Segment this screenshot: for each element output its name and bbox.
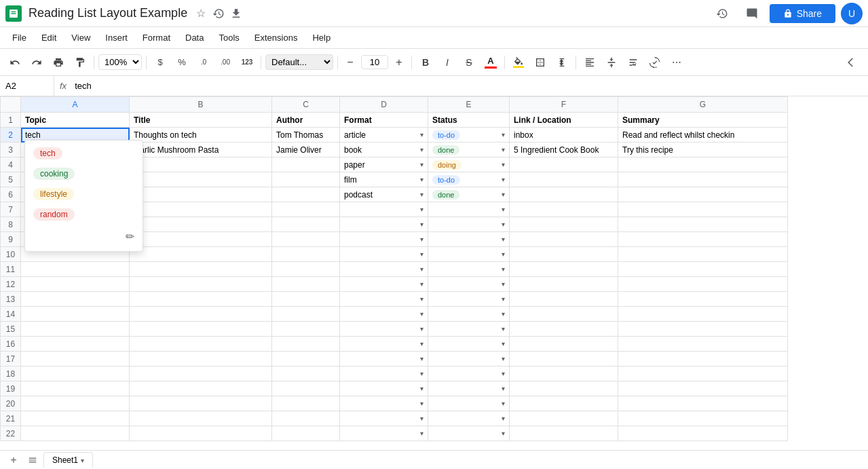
- autocomplete-item-lifestyle[interactable]: lifestyle: [25, 184, 143, 204]
- menu-insert[interactable]: Insert: [98, 30, 134, 45]
- comments-icon-button[interactable]: [740, 1, 764, 26]
- col-header-g[interactable]: G: [618, 97, 788, 113]
- text-color-button[interactable]: A: [481, 53, 500, 72]
- cell-d5[interactable]: film ▾: [340, 172, 428, 187]
- table-row: 13▾▾: [1, 292, 788, 307]
- cell-e1[interactable]: Status: [428, 113, 510, 128]
- share-button[interactable]: Share: [770, 4, 835, 23]
- print-button[interactable]: [49, 53, 68, 72]
- redo-button[interactable]: [27, 53, 46, 72]
- decrease-decimal-button[interactable]: .0: [194, 53, 213, 72]
- undo-button[interactable]: [5, 53, 24, 72]
- cell-b1[interactable]: Title: [130, 113, 272, 128]
- col-header-a[interactable]: A: [21, 97, 130, 113]
- autocomplete-item-random[interactable]: random: [25, 204, 143, 225]
- strikethrough-button[interactable]: S: [459, 53, 478, 72]
- menu-data[interactable]: Data: [178, 30, 210, 45]
- percent-button[interactable]: %: [172, 53, 191, 72]
- cell-c5[interactable]: [272, 172, 340, 187]
- font-size-input[interactable]: [361, 55, 388, 69]
- col-header-f[interactable]: F: [510, 97, 618, 113]
- menu-tools[interactable]: Tools: [212, 30, 246, 45]
- paint-format-button[interactable]: [71, 53, 90, 72]
- cell-b5[interactable]: [130, 172, 272, 187]
- toolbar-sep-4: [337, 56, 338, 69]
- fill-color-button[interactable]: [509, 53, 528, 72]
- cell-g4[interactable]: [618, 157, 788, 172]
- cell-c4[interactable]: [272, 157, 340, 172]
- cell-d1[interactable]: Format: [340, 113, 428, 128]
- col-header-c[interactable]: C: [272, 97, 340, 113]
- align-horizontal-button[interactable]: [580, 53, 599, 72]
- borders-button[interactable]: [531, 53, 550, 72]
- cell-b6[interactable]: [130, 187, 272, 202]
- autocomplete-item-tech[interactable]: tech: [25, 143, 143, 164]
- menu-file[interactable]: File: [5, 30, 33, 45]
- cell-c3[interactable]: Jamie Oliver: [272, 143, 340, 157]
- autocomplete-item-cooking[interactable]: cooking: [25, 164, 143, 184]
- cell-f6[interactable]: [510, 187, 618, 202]
- add-sheet-button[interactable]: +: [5, 452, 22, 468]
- cell-d2[interactable]: article ▾: [340, 128, 428, 143]
- recent-icon-button[interactable]: [710, 1, 734, 26]
- cell-g2[interactable]: Read and reflect whilst checkin: [618, 128, 788, 143]
- cell-e3[interactable]: done ▾: [428, 143, 510, 157]
- font-size-decrease-button[interactable]: −: [342, 54, 358, 71]
- cell-f4[interactable]: [510, 157, 618, 172]
- cell-b2[interactable]: Thoughts on tech: [130, 128, 272, 143]
- cell-g1[interactable]: Summary: [618, 113, 788, 128]
- sheet-list-button[interactable]: [24, 452, 41, 468]
- text-wrap-button[interactable]: [624, 53, 643, 72]
- formula-input[interactable]: [72, 81, 868, 91]
- italic-button[interactable]: I: [438, 53, 457, 72]
- grid-wrapper[interactable]: A B C D E F G 1 Topic Title Author Forma…: [0, 96, 868, 450]
- more-formats-button[interactable]: 123: [238, 53, 257, 72]
- col-header-e[interactable]: E: [428, 97, 510, 113]
- cell-reference[interactable]: A2: [0, 76, 54, 96]
- edit-icon[interactable]: ✏: [126, 230, 134, 243]
- cell-f1[interactable]: Link / Location: [510, 113, 618, 128]
- col-header-d[interactable]: D: [340, 97, 428, 113]
- cell-e4[interactable]: doing ▾: [428, 157, 510, 172]
- cell-a1[interactable]: Topic: [21, 113, 130, 128]
- cell-d6[interactable]: podcast ▾: [340, 187, 428, 202]
- cell-d4[interactable]: paper ▾: [340, 157, 428, 172]
- cell-c2[interactable]: Tom Thomas: [272, 128, 340, 143]
- menu-help[interactable]: Help: [305, 30, 337, 45]
- menu-view[interactable]: View: [64, 30, 97, 45]
- align-vertical-button[interactable]: [602, 53, 621, 72]
- cell-e6[interactable]: done ▾: [428, 187, 510, 202]
- cell-c6[interactable]: [272, 187, 340, 202]
- increase-decimal-button[interactable]: .00: [216, 53, 235, 72]
- cell-g6[interactable]: [618, 187, 788, 202]
- cell-d3[interactable]: book ▾: [340, 143, 428, 157]
- cell-f5[interactable]: [510, 172, 618, 187]
- cell-g5[interactable]: [618, 172, 788, 187]
- cell-f3[interactable]: 5 Ingredient Cook Book: [510, 143, 618, 157]
- font-name-select[interactable]: Default...: [265, 54, 333, 70]
- cell-f2[interactable]: inbox: [510, 128, 618, 143]
- more-options-button[interactable]: ⋯: [667, 53, 686, 72]
- menu-extensions[interactable]: Extensions: [248, 30, 305, 45]
- bold-button[interactable]: B: [416, 53, 435, 72]
- merge-button[interactable]: [552, 53, 571, 72]
- cell-e2[interactable]: to-do ▾: [428, 128, 510, 143]
- cell-c1[interactable]: Author: [272, 113, 340, 128]
- drive-icon[interactable]: [228, 5, 244, 22]
- cell-e5[interactable]: to-do ▾: [428, 172, 510, 187]
- col-header-b[interactable]: B: [130, 97, 272, 113]
- zoom-select[interactable]: 100%: [98, 54, 142, 70]
- table-row: 20▾▾: [1, 396, 788, 411]
- hide-ui-button[interactable]: [844, 53, 863, 72]
- cell-b4[interactable]: [130, 157, 272, 172]
- font-size-increase-button[interactable]: +: [391, 54, 407, 71]
- text-rotate-button[interactable]: [645, 53, 664, 72]
- sheet-tab-sheet1[interactable]: Sheet1 ▾: [43, 452, 93, 468]
- history-icon[interactable]: [210, 5, 227, 22]
- cell-b3[interactable]: Garlic Mushroom Pasta: [130, 143, 272, 157]
- currency-button[interactable]: $: [151, 53, 170, 72]
- menu-edit[interactable]: Edit: [35, 30, 63, 45]
- star-icon[interactable]: ☆: [193, 5, 209, 22]
- cell-g3[interactable]: Try this recipe: [618, 143, 788, 157]
- menu-format[interactable]: Format: [136, 30, 177, 45]
